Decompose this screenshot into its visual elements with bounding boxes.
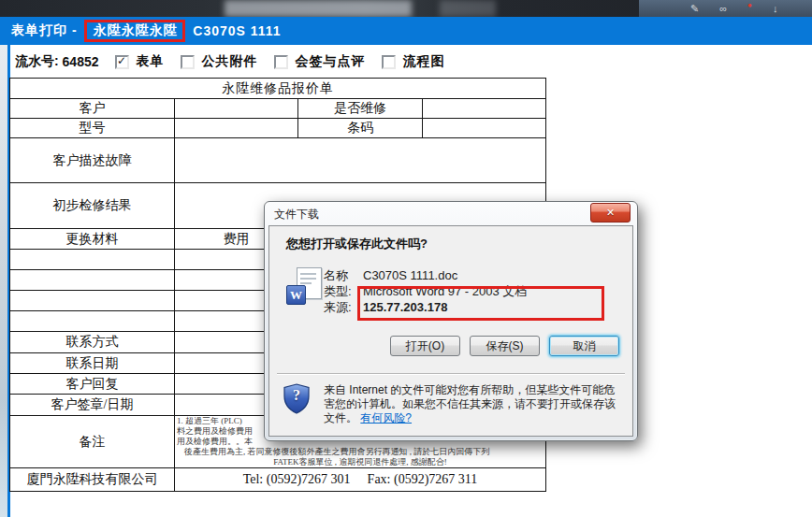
cancel-button[interactable]: 取消 bbox=[549, 336, 619, 356]
form-title: 永陞维修品报价单 bbox=[10, 79, 546, 99]
download-arrow-icon[interactable]: ↓ bbox=[773, 4, 778, 14]
background-window-sliver bbox=[0, 45, 7, 517]
close-icon: ✕ bbox=[606, 207, 615, 219]
background-blur-patch bbox=[225, 0, 412, 17]
record-icon[interactable]: ● bbox=[747, 2, 752, 9]
serial-number-label: 流水号: bbox=[15, 53, 63, 70]
pencil-icon[interactable]: ✎ bbox=[690, 4, 699, 14]
material-row-cell bbox=[10, 250, 175, 270]
close-button[interactable]: ✕ bbox=[590, 203, 631, 223]
checkbox-review[interactable] bbox=[274, 55, 288, 69]
dialog-heading: 您想打开或保存此文件吗? bbox=[286, 236, 428, 252]
word-w-glyph: W bbox=[290, 288, 302, 303]
dialog-body: 您想打开或保存此文件吗? W 名称 C3070S 1111.doc 类型: Mi… bbox=[268, 225, 633, 437]
file-name-value: C3070S 1111.doc bbox=[363, 268, 457, 282]
word-document-icon: W bbox=[286, 267, 322, 309]
material-row-cell bbox=[10, 270, 175, 291]
dialog-separator bbox=[277, 373, 625, 375]
page-line bbox=[300, 278, 316, 280]
dialog-buttons: 打开(O) 保存(S) 取消 bbox=[390, 336, 619, 356]
fault-description-label: 客户描述故障 bbox=[10, 138, 175, 183]
contact-method-label: 联系方式 bbox=[10, 332, 175, 353]
checkbox-group-review: 会签与点评 bbox=[274, 53, 366, 70]
loop-icon[interactable]: ∞ bbox=[719, 4, 727, 14]
checkbox-attachments[interactable] bbox=[181, 55, 195, 69]
page-line bbox=[300, 282, 312, 284]
model-value-cell bbox=[175, 119, 298, 138]
fax-value: Fax: (0592)7267 311 bbox=[368, 472, 478, 486]
page-title-prefix: 表单打印 - bbox=[11, 22, 81, 39]
company-name: 廈門永陞科技有限公司 bbox=[10, 468, 175, 492]
checkbox-attachments-label: 公共附件 bbox=[202, 53, 258, 70]
background-toolbar: ✎ ∞ ● ↓ bbox=[639, 0, 812, 17]
material-row-cell bbox=[10, 311, 175, 332]
material-row-cell bbox=[10, 291, 175, 311]
file-source-label: 来源: bbox=[324, 299, 359, 316]
barcode-value-cell bbox=[423, 119, 546, 138]
barcode-label: 条码 bbox=[298, 119, 423, 138]
dialog-title: 文件下载 bbox=[274, 207, 319, 223]
desktop-background-strip: ✎ ∞ ● ↓ bbox=[0, 0, 812, 17]
page-line bbox=[300, 273, 316, 275]
checkbox-group-flowchart: 流程图 bbox=[382, 53, 445, 70]
serial-number-value: 64852 bbox=[63, 54, 99, 69]
repair-flag-label: 是否维修 bbox=[298, 99, 423, 119]
checkbox-group-attachments: 公共附件 bbox=[181, 53, 258, 70]
checkbox-form[interactable]: ✓ bbox=[115, 55, 129, 69]
remark-label: 备注 bbox=[10, 416, 175, 468]
customer-reply-label: 客户回复 bbox=[10, 374, 175, 395]
model-label: 型号 bbox=[10, 119, 175, 138]
remark-line: FATEK客服單位 , 逾期視同退件處理, 感謝配合! bbox=[177, 457, 544, 467]
checkbox-form-label: 表单 bbox=[137, 53, 165, 70]
word-w-badge: W bbox=[286, 285, 306, 305]
options-bar: 流水号: 64852 ✓ 表单 公共附件 会签与点评 流程图 bbox=[15, 51, 445, 72]
material-label: 更换材料 bbox=[10, 229, 175, 250]
checkbox-flowchart-label: 流程图 bbox=[403, 53, 445, 70]
question-mark-glyph: ? bbox=[283, 387, 311, 404]
security-shield-icon: ? bbox=[283, 383, 311, 414]
warning-text: 来自 Internet 的文件可能对您有所帮助，但某些文件可能危害您的计算机。如… bbox=[324, 383, 619, 425]
dialog-titlebar[interactable]: 文件下载 ✕ bbox=[265, 202, 637, 225]
fault-description-cell bbox=[175, 138, 546, 183]
check-icon: ✓ bbox=[117, 55, 126, 66]
contact-date-label: 联系日期 bbox=[10, 353, 175, 374]
remark-line: 後產生費用為主, 若同意修復後額外產生之費用會另行再通知 , 請於七日內回傳下列 bbox=[177, 447, 544, 457]
page-title-suffix: C3070S 1111 bbox=[188, 23, 281, 38]
signature-label: 客户签章/日期 bbox=[10, 395, 175, 416]
customer-label: 客户 bbox=[10, 99, 175, 119]
risk-help-link[interactable]: 有何风险? bbox=[360, 411, 412, 424]
tel-fax-cell: Tel: (0592)7267 301Fax: (0592)7267 311 bbox=[175, 468, 546, 492]
title-red-annotation-box: 永陞永陞永陞 bbox=[84, 20, 185, 42]
checkbox-flowchart[interactable] bbox=[382, 55, 396, 69]
customer-value-cell bbox=[175, 99, 298, 119]
checkbox-review-label: 会签与点评 bbox=[296, 53, 366, 70]
file-name-label: 名称 bbox=[324, 267, 359, 284]
filename-red-annotation-box bbox=[357, 286, 604, 321]
file-type-label: 类型: bbox=[324, 283, 359, 300]
repair-flag-value-cell bbox=[423, 99, 546, 119]
screen: ✎ ∞ ● ↓ 表单打印 - 永陞永陞永陞 C3070S 1111 流水号: 6… bbox=[0, 0, 812, 517]
background-blur-patch bbox=[440, 0, 496, 17]
page-titlebar: 表单打印 - 永陞永陞永陞 C3070S 1111 bbox=[0, 17, 812, 45]
initial-check-label: 初步检修结果 bbox=[10, 183, 175, 229]
page-title-highlight: 永陞永陞永陞 bbox=[93, 22, 177, 39]
checkbox-group-form: ✓ 表单 bbox=[115, 53, 165, 70]
file-download-dialog: 文件下载 ✕ 您想打开或保存此文件吗? W 名称 C3070S 1111.doc bbox=[264, 201, 638, 441]
open-button[interactable]: 打开(O) bbox=[390, 336, 460, 356]
save-button[interactable]: 保存(S) bbox=[470, 336, 540, 356]
tel-value: Tel: (0592)7267 301 bbox=[243, 472, 351, 486]
